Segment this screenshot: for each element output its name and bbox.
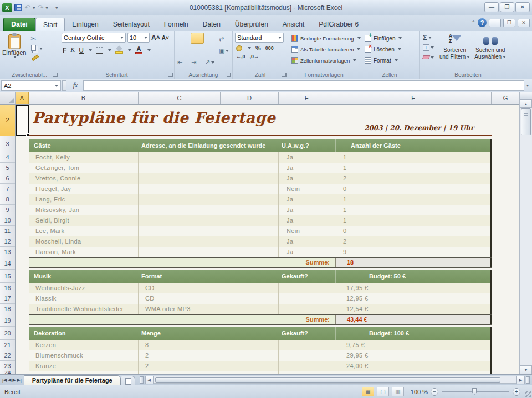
insert-function-button[interactable]: fx: [68, 81, 83, 90]
sheet-tab-active[interactable]: Partypläne für die Feiertage: [24, 375, 121, 385]
title-row[interactable]: Partypläne für die Feiertage 2003 | 20. …: [29, 105, 492, 136]
percent-style-button[interactable]: %: [255, 45, 261, 51]
guest-address[interactable]: [139, 194, 279, 205]
decoration-bought[interactable]: [279, 340, 335, 350]
guest-count[interactable]: 2: [335, 173, 492, 184]
row-header[interactable]: 15: [0, 270, 15, 283]
row-header[interactable]: 18: [0, 304, 15, 314]
borders-dropdown-icon[interactable]: [108, 49, 111, 51]
column-header-a[interactable]: A: [16, 92, 29, 104]
scroll-up-icon[interactable]: ▲: [520, 99, 532, 108]
tab-einfuegen[interactable]: Einfügen: [65, 18, 105, 31]
shrink-font-icon[interactable]: A˅: [162, 35, 169, 41]
workbook-minimize-button[interactable]: —: [489, 19, 501, 27]
zoom-out-button[interactable]: −: [431, 388, 438, 396]
guest-rsvp[interactable]: Ja: [279, 215, 335, 226]
orientation-icon[interactable]: ↗: [204, 56, 218, 67]
workbook-close-button[interactable]: ✕: [518, 19, 530, 27]
guest-row[interactable]: Moschell, LindaJa2: [29, 236, 492, 247]
guest-count[interactable]: 2: [335, 236, 492, 247]
vertical-split-box[interactable]: [520, 92, 532, 99]
music-bought[interactable]: [279, 304, 335, 314]
scroll-left-icon[interactable]: ◀: [145, 376, 154, 384]
paste-button[interactable]: Einfügen: [2, 33, 26, 61]
increase-decimal-icon[interactable]: ←,0: [236, 54, 245, 59]
decoration-price[interactable]: 9,75 €: [335, 340, 492, 350]
font-color-dropdown-icon[interactable]: [147, 49, 151, 51]
align-left-button[interactable]: [177, 44, 190, 55]
horizontal-scroll-thumb[interactable]: [155, 377, 500, 383]
guest-count[interactable]: 1: [335, 194, 492, 205]
guest-count[interactable]: 1: [335, 215, 492, 226]
music-format[interactable]: CD: [139, 293, 279, 304]
workbook-restore-button[interactable]: ❐: [503, 19, 515, 27]
guest-rsvp[interactable]: Nein: [279, 226, 335, 236]
row-header[interactable]: 23: [0, 361, 15, 371]
music-bought[interactable]: [279, 293, 335, 304]
sort-filter-button[interactable]: AZ Sortieren und Filtern: [439, 34, 470, 71]
vertical-scrollbar[interactable]: ▲ ▼: [519, 92, 532, 374]
insert-cells-button[interactable]: Einfügen: [365, 33, 418, 44]
accounting-dropdown-icon[interactable]: [248, 47, 251, 49]
page-break-view-button[interactable]: ▥: [392, 387, 404, 396]
column-header-d[interactable]: D: [221, 92, 279, 104]
music-row[interactable]: KlassikCD12,95 €: [29, 293, 492, 304]
comma-style-button[interactable]: 000: [265, 45, 274, 51]
zoom-slider-thumb[interactable]: [472, 388, 477, 395]
row-header[interactable]: 17: [0, 293, 15, 304]
guest-name[interactable]: Lang, Eric: [29, 194, 139, 205]
guest-row[interactable]: Getzinger, TomJa1: [29, 163, 492, 173]
decoration-qty[interactable]: 2: [139, 361, 279, 371]
guest-rsvp[interactable]: Nein: [279, 184, 335, 194]
format-as-table-button[interactable]: Als Tabelle formatieren: [291, 44, 359, 55]
music-bought[interactable]: [279, 283, 335, 293]
decrease-decimal-icon[interactable]: ,0→: [250, 54, 259, 59]
guest-name[interactable]: Fluegel, Jay: [29, 184, 139, 194]
guest-address[interactable]: [139, 247, 279, 257]
copy-dropdown-icon[interactable]: [39, 48, 43, 50]
prev-sheet-icon[interactable]: ◀: [8, 378, 11, 383]
guest-name[interactable]: Focht, Kelly: [29, 152, 139, 163]
guest-address[interactable]: [139, 173, 279, 184]
row-header[interactable]: 3: [0, 136, 15, 152]
column-header-c[interactable]: C: [139, 92, 221, 104]
guest-row[interactable]: Vrettos, ConnieJa2: [29, 173, 492, 184]
row-header[interactable]: 4: [0, 152, 15, 163]
find-select-button[interactable]: Suchen und Auswählen: [474, 34, 506, 71]
font-dialog-launcher-icon[interactable]: [168, 73, 173, 77]
row-header[interactable]: 21: [0, 340, 15, 350]
zoom-slider[interactable]: [442, 391, 509, 392]
zoom-level[interactable]: 100 %: [407, 389, 428, 395]
spreadsheet-grid[interactable]: Partypläne für die Feiertage 2003 | 20. …: [16, 105, 519, 374]
decoration-price[interactable]: 24,00 €: [335, 361, 492, 371]
insert-worksheet-icon[interactable]: [121, 376, 135, 385]
row-header[interactable]: 20: [0, 327, 15, 340]
guest-address[interactable]: [139, 205, 279, 215]
name-box[interactable]: A2: [1, 80, 61, 91]
fill-color-icon[interactable]: [115, 46, 123, 54]
resize-grip[interactable]: [525, 391, 531, 397]
maximize-button[interactable]: ❐: [500, 2, 514, 12]
decrease-indent-icon[interactable]: ⇤: [177, 56, 190, 67]
scroll-right-icon[interactable]: ▶: [516, 376, 525, 384]
guest-name[interactable]: Miksovsky, Jan: [29, 205, 139, 215]
italic-button[interactable]: K: [70, 46, 75, 54]
guest-rsvp[interactable]: Ja: [279, 152, 335, 163]
decoration-bought[interactable]: [279, 350, 335, 361]
column-header-g[interactable]: G: [492, 92, 519, 104]
underline-dropdown-icon[interactable]: [89, 49, 92, 51]
guest-row[interactable]: Lee, MarkNein0: [29, 226, 492, 236]
expand-formula-bar-icon[interactable]: ▾: [526, 83, 531, 88]
column-header-f[interactable]: F: [335, 92, 492, 104]
row-header[interactable]: 9: [0, 205, 15, 215]
guest-row[interactable]: Lang, EricJa1: [29, 194, 492, 205]
align-top-button[interactable]: [177, 33, 190, 44]
guest-count[interactable]: 0: [335, 226, 492, 236]
zoom-in-button[interactable]: +: [513, 388, 520, 396]
guest-name[interactable]: Getzinger, Tom: [29, 163, 139, 173]
row-header[interactable]: 2: [0, 105, 15, 136]
number-format-select[interactable]: Standard: [235, 33, 284, 43]
music-row[interactable]: Traditionelle WeihnachtsliederWMA oder M…: [29, 304, 492, 314]
decoration-qty[interactable]: 2: [139, 350, 279, 361]
row-header[interactable]: 10: [0, 215, 15, 226]
